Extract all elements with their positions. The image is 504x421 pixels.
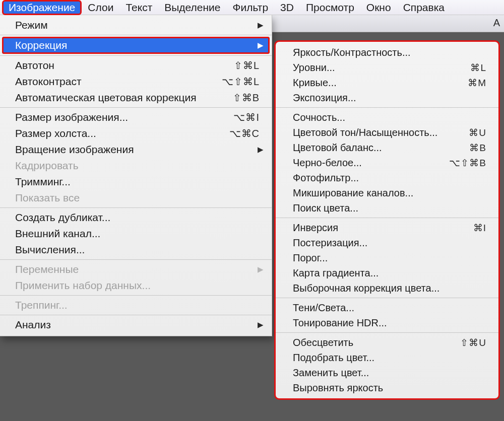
submenu-item-invert[interactable]: Инверсия ⌘I	[276, 220, 498, 235]
menu-label: Размер изображения...	[15, 111, 233, 123]
menubar-item-view[interactable]: Просмотр	[300, 1, 360, 15]
submenu-item-levels[interactable]: Уровни... ⌘L	[276, 60, 498, 75]
menu-separator	[0, 315, 272, 315]
menu-label: Автоматическая цветовая коррекция	[15, 92, 233, 104]
menu-label: Вращение изображения	[15, 144, 260, 156]
menu-label: Карта градиента...	[293, 267, 486, 279]
submenu-item-match-color[interactable]: Подобрать цвет...	[276, 350, 498, 365]
menu-shortcut: ⌥⇧⌘L	[222, 76, 260, 88]
submenu-item-channel-mixer[interactable]: Микширование каналов...	[276, 185, 498, 200]
submenu-item-black-white[interactable]: Черно-белое... ⌥⇧⌘B	[276, 155, 498, 170]
menu-shortcut: ⌥⇧⌘B	[449, 157, 486, 169]
submenu-item-hdr-toning[interactable]: Тонирование HDR...	[276, 315, 498, 330]
menu-label: Создать дубликат...	[15, 212, 260, 224]
menu-label: Заменить цвет...	[293, 367, 486, 379]
menu-item-canvas-size[interactable]: Размер холста... ⌥⌘C	[0, 125, 272, 142]
menu-separator	[276, 298, 498, 298]
menu-item-image-rotation[interactable]: Вращение изображения ▶	[0, 142, 272, 158]
adjustments-submenu: Яркость/Контрастность... Уровни... ⌘L Кр…	[274, 40, 500, 400]
submenu-item-photo-filter[interactable]: Фотофильтр...	[276, 170, 498, 185]
menu-label: Тонирование HDR...	[293, 317, 486, 329]
submenu-item-desaturate[interactable]: Обесцветить ⇧⌘U	[276, 335, 498, 350]
menu-shortcut: ⌘B	[469, 142, 486, 154]
menu-label: Фотофильтр...	[293, 172, 486, 184]
menu-shortcut: ⌘M	[468, 77, 486, 89]
submenu-item-selective-color[interactable]: Выборочная коррекция цвета...	[276, 280, 498, 296]
menu-item-autotone[interactable]: Автотон ⇧⌘L	[0, 57, 272, 74]
menu-label: Поиск цвета...	[293, 202, 486, 214]
menu-shortcut: ⌘U	[469, 127, 486, 138]
submenu-item-vibrance[interactable]: Сочность...	[276, 110, 498, 125]
menu-item-apply-dataset: Применить набор данных...	[0, 277, 272, 294]
menu-separator	[276, 107, 498, 108]
submenu-item-brightness-contrast[interactable]: Яркость/Контрастность...	[276, 45, 498, 60]
menu-item-calculations[interactable]: Вычисления...	[0, 242, 272, 258]
submenu-item-posterize[interactable]: Постеризация...	[276, 235, 498, 250]
chevron-right-icon: ▶	[258, 41, 264, 50]
menu-label: Автоконтраст	[15, 76, 222, 88]
menu-label: Кривые...	[293, 77, 468, 89]
menu-separator	[0, 107, 272, 108]
menubar-item-select[interactable]: Выделение	[158, 1, 226, 15]
submenu-item-shadows-highlights[interactable]: Тени/Света...	[276, 300, 498, 315]
menu-item-image-size[interactable]: Размер изображения... ⌥⌘I	[0, 109, 272, 125]
menu-label: Коррекция	[15, 39, 260, 51]
menu-item-variables: Переменные ▶	[0, 261, 272, 277]
submenu-item-equalize[interactable]: Выровнять яркость	[276, 380, 498, 395]
menu-item-reveal-all: Показать все	[0, 190, 272, 206]
submenu-item-curves[interactable]: Кривые... ⌘M	[276, 75, 498, 90]
menu-item-autocolor[interactable]: Автоматическая цветовая коррекция ⇧⌘B	[0, 90, 272, 106]
menu-item-duplicate[interactable]: Создать дубликат...	[0, 209, 272, 226]
menu-item-apply-image[interactable]: Внешний канал...	[0, 226, 272, 242]
menu-item-trim[interactable]: Тримминг...	[0, 174, 272, 190]
chevron-right-icon: ▶	[258, 21, 264, 30]
submenu-item-threshold[interactable]: Порог...	[276, 250, 498, 265]
submenu-item-replace-color[interactable]: Заменить цвет...	[276, 365, 498, 380]
menu-label: Цветовой баланс...	[293, 142, 469, 154]
menubar-item-filter[interactable]: Фильтр	[227, 1, 275, 15]
submenu-item-color-lookup[interactable]: Поиск цвета...	[276, 200, 498, 216]
submenu-item-color-balance[interactable]: Цветовой баланс... ⌘B	[276, 140, 498, 155]
menu-label: Переменные	[15, 263, 260, 275]
menu-separator	[276, 332, 498, 333]
menu-label: Цветовой тон/Насыщенность...	[293, 127, 469, 138]
menu-label: Инверсия	[293, 222, 473, 234]
menu-item-adjustments[interactable]: Коррекция ▶	[2, 37, 270, 54]
submenu-item-gradient-map[interactable]: Карта градиента...	[276, 265, 498, 280]
menu-label: Тени/Света...	[293, 302, 486, 314]
menu-separator	[0, 295, 272, 296]
menu-label: Сочность...	[293, 112, 486, 123]
image-menu-dropdown: Режим ▶ Коррекция ▶ Автотон ⇧⌘L Автоконт…	[0, 15, 272, 336]
menubar-item-help[interactable]: Справка	[397, 1, 451, 15]
menu-item-autocontrast[interactable]: Автоконтраст ⌥⇧⌘L	[0, 74, 272, 90]
menu-label: Постеризация...	[293, 237, 486, 249]
menu-label: Размер холста...	[15, 127, 229, 139]
menu-label: Тримминг...	[15, 176, 260, 188]
menu-item-crop: Кадрировать	[0, 158, 272, 174]
menu-label: Треппинг...	[15, 299, 260, 311]
menu-label: Подобрать цвет...	[293, 352, 486, 364]
menu-label: Черно-белое...	[293, 157, 449, 169]
menu-shortcut: ⇧⌘L	[234, 59, 260, 72]
menu-item-analysis[interactable]: Анализ ▶	[0, 317, 272, 333]
menu-label: Кадрировать	[15, 160, 260, 172]
menu-separator	[0, 35, 272, 35]
menubar-item-layers[interactable]: Слои	[82, 1, 119, 15]
menu-item-trapping: Треппинг...	[0, 297, 272, 313]
menu-label: Микширование каналов...	[293, 187, 486, 199]
menubar-item-text[interactable]: Текст	[119, 1, 158, 15]
menu-label: Применить набор данных...	[15, 279, 260, 292]
menubar-item-window[interactable]: Окно	[360, 1, 397, 15]
menu-label: Экспозиция...	[293, 92, 486, 104]
menu-label: Выровнять яркость	[293, 382, 486, 394]
menu-separator	[0, 55, 272, 56]
menubar-item-3d[interactable]: 3D	[274, 1, 300, 15]
menu-label: Показать все	[15, 192, 260, 204]
menu-item-mode[interactable]: Режим ▶	[0, 17, 272, 33]
chevron-right-icon: ▶	[258, 265, 264, 274]
submenu-item-exposure[interactable]: Экспозиция...	[276, 90, 498, 105]
menu-shortcut: ⌘I	[473, 222, 486, 234]
submenu-item-hue-saturation[interactable]: Цветовой тон/Насыщенность... ⌘U	[276, 125, 498, 140]
menu-separator	[0, 259, 272, 260]
menubar-item-image[interactable]: Изображение	[2, 0, 82, 15]
